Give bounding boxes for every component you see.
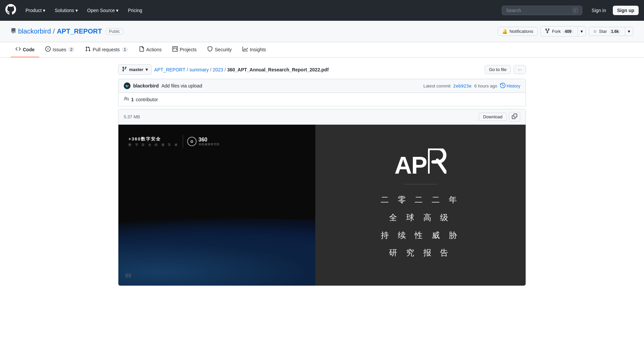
tab-code-label: Code bbox=[23, 47, 35, 52]
nav-pricing[interactable]: Pricing bbox=[124, 5, 146, 16]
star-dropdown-button[interactable]: ▾ bbox=[625, 27, 633, 36]
fork-label: Fork bbox=[552, 29, 561, 34]
contributors-label: contributor bbox=[136, 97, 158, 102]
commit-message: Add files via upload bbox=[161, 83, 202, 88]
repo-icon bbox=[11, 28, 16, 35]
branch-chevron-icon: ▾ bbox=[146, 67, 148, 72]
security-icon bbox=[207, 46, 213, 53]
chevron-down-icon: ▾ bbox=[116, 8, 118, 13]
fork-dropdown-button[interactable]: ▾ bbox=[578, 26, 586, 37]
tab-actions[interactable]: Actions bbox=[134, 42, 166, 57]
copy-icon bbox=[512, 115, 517, 120]
projects-icon bbox=[172, 46, 178, 53]
tab-pr-label: Pull requests bbox=[93, 47, 120, 52]
file-path-summary[interactable]: summary bbox=[190, 67, 209, 72]
search-bar[interactable]: Search / bbox=[502, 6, 582, 15]
nav-open-source-label: Open Source bbox=[87, 8, 115, 13]
commit-bar-right: Latest commit 2eb923e 6 hours ago Histor… bbox=[423, 83, 520, 89]
nav-product[interactable]: Product ▾ bbox=[21, 5, 49, 16]
file-path-sep-2: / bbox=[210, 67, 211, 72]
signin-button[interactable]: Sign in bbox=[588, 6, 610, 15]
notifications-button[interactable]: 🔔 Notifications bbox=[498, 27, 538, 36]
history-icon bbox=[500, 83, 505, 89]
star-button-group: ☆ Star 1.6k ▾ bbox=[589, 27, 633, 36]
tab-pr-count: 1 bbox=[122, 47, 128, 52]
copy-raw-button[interactable] bbox=[509, 112, 520, 122]
pr-icon bbox=[85, 46, 91, 53]
nav-solutions[interactable]: Solutions ▾ bbox=[51, 5, 82, 16]
notifications-label: Notifications bbox=[509, 29, 533, 34]
file-view: 5.37 MB Download +36 bbox=[118, 109, 526, 286]
code-icon bbox=[15, 46, 21, 53]
nav-product-label: Product bbox=[25, 8, 42, 13]
tab-projects[interactable]: Projects bbox=[168, 42, 202, 57]
branch-selector[interactable]: master ▾ bbox=[118, 64, 152, 75]
tab-projects-label: Projects bbox=[180, 47, 197, 52]
pdf-left-panel: +360数字安全 数 字 安 全 的 领 导 者 ⊙ 360 高级威胁研究院 bbox=[118, 125, 315, 286]
tab-security-label: Security bbox=[215, 47, 232, 52]
history-link[interactable]: History bbox=[500, 83, 520, 89]
go-to-file-button[interactable]: Go to file bbox=[485, 65, 511, 74]
chevron-down-icon: ▾ bbox=[75, 8, 78, 13]
tab-security[interactable]: Security bbox=[203, 42, 236, 57]
nav-solutions-label: Solutions bbox=[55, 8, 74, 13]
tab-pull-requests[interactable]: Pull requests 1 bbox=[80, 42, 133, 57]
contributors-count: 1 bbox=[131, 97, 134, 102]
file-view-header: 5.37 MB Download bbox=[118, 109, 526, 125]
commit-latest-label: Latest commit bbox=[423, 83, 450, 88]
commit-time: 6 hours ago bbox=[474, 83, 497, 88]
file-path-apt-report[interactable]: APT_REPORT bbox=[154, 67, 185, 72]
file-path: APT_REPORT / summary / 2023 / 360_APT_An… bbox=[154, 67, 329, 72]
commit-author[interactable]: blackorbird bbox=[133, 83, 159, 88]
apt-divider bbox=[404, 184, 437, 184]
file-path-current: 360_APT_Annual_Research_Report_2022.pdf bbox=[227, 67, 329, 72]
pdf-right-panel: AP 二 零 二 二 年 全 球 高 级 持 续 性 威 胁 研 究 报 告 bbox=[315, 125, 526, 286]
tab-issues[interactable]: Issues 2 bbox=[41, 42, 79, 57]
nav-pricing-label: Pricing bbox=[128, 8, 142, 13]
apt-logo-a: A bbox=[394, 153, 411, 177]
branch-icon bbox=[122, 66, 127, 73]
file-path-sep-3: / bbox=[224, 67, 226, 72]
repo-owner-link[interactable]: blackorbird bbox=[18, 27, 51, 35]
file-breadcrumb: master ▾ APT_REPORT / summary / 2023 / 3… bbox=[118, 64, 526, 75]
topnav: Product ▾ Solutions ▾ Open Source ▾ Pric… bbox=[0, 0, 644, 21]
tab-issues-count: 2 bbox=[68, 47, 74, 52]
chevron-down-icon: ▾ bbox=[43, 8, 45, 13]
file-area: master ▾ APT_REPORT / summary / 2023 / 3… bbox=[107, 58, 537, 293]
apt-logo-p: P bbox=[411, 153, 427, 177]
commit-bar: 🐦 blackorbird Add files via upload Lates… bbox=[118, 79, 526, 93]
repo-header: blackorbird / APT_REPORT Public 🔔 Notifi… bbox=[0, 21, 644, 42]
history-label: History bbox=[507, 83, 520, 88]
github-logo-icon bbox=[5, 4, 16, 17]
commit-hash[interactable]: 2eb923e bbox=[453, 83, 472, 88]
tab-insights[interactable]: Insights bbox=[238, 42, 271, 57]
file-breadcrumb-left: master ▾ APT_REPORT / summary / 2023 / 3… bbox=[118, 64, 329, 75]
file-path-sep-1: / bbox=[187, 67, 188, 72]
tab-code[interactable]: Code bbox=[11, 42, 39, 57]
file-view-actions: Download bbox=[479, 112, 520, 122]
apt-logo-r bbox=[428, 148, 446, 174]
fork-count: 409 bbox=[563, 29, 574, 34]
signup-button[interactable]: Sign up bbox=[613, 6, 639, 15]
file-size: 5.37 MB bbox=[124, 114, 140, 119]
bell-icon: 🔔 bbox=[502, 29, 507, 34]
tab-actions-label: Actions bbox=[146, 47, 162, 52]
star-button[interactable]: ☆ Star 1.6k bbox=[589, 27, 625, 36]
file-path-2023[interactable]: 2023 bbox=[213, 67, 223, 72]
fork-button[interactable]: Fork 409 bbox=[540, 26, 578, 37]
search-placeholder: Search bbox=[506, 8, 521, 13]
contributors-icon bbox=[124, 96, 129, 103]
repo-sep: / bbox=[53, 27, 55, 35]
more-options-button[interactable]: ··· bbox=[514, 65, 526, 74]
tab-issues-label: Issues bbox=[53, 47, 66, 52]
download-button[interactable]: Download bbox=[479, 113, 507, 121]
commit-bar-left: 🐦 blackorbird Add files via upload bbox=[124, 82, 202, 89]
repo-name-link[interactable]: APT_REPORT bbox=[57, 27, 102, 35]
file-breadcrumb-right: Go to file ··· bbox=[485, 65, 526, 74]
fork-button-group: Fork 409 ▾ bbox=[540, 26, 586, 37]
apt-chinese-text: 二 零 二 二 年 全 球 高 级 持 续 性 威 胁 研 究 报 告 bbox=[381, 191, 460, 262]
nav-open-source[interactable]: Open Source ▾ bbox=[83, 5, 123, 16]
topnav-links: Product ▾ Solutions ▾ Open Source ▾ Pric… bbox=[21, 5, 496, 16]
branch-name: master bbox=[129, 67, 144, 72]
fork-icon bbox=[545, 28, 550, 35]
